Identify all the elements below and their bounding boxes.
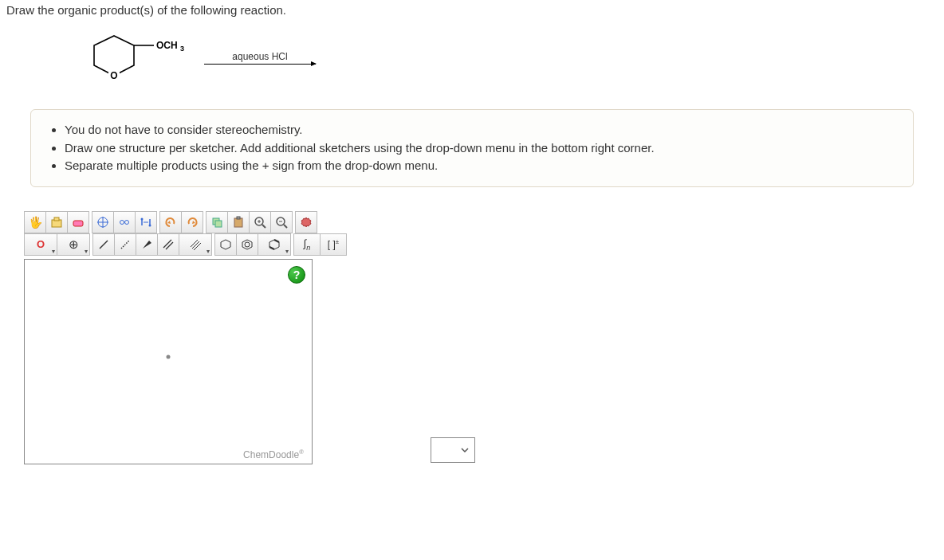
reaction-display: O OCH 3 aqueous HCl bbox=[78, 29, 938, 85]
chemdoodle-brand: ChemDoodle® bbox=[243, 448, 304, 460]
reagent-label: aqueous HCl bbox=[232, 51, 287, 62]
svg-rect-19 bbox=[237, 217, 240, 219]
help-button[interactable]: ? bbox=[288, 266, 305, 284]
benzene-button[interactable] bbox=[236, 233, 258, 256]
canvas-placeholder-dot bbox=[167, 355, 171, 359]
redo-button[interactable] bbox=[181, 211, 203, 233]
svg-line-34 bbox=[194, 243, 201, 250]
svg-text:O: O bbox=[110, 70, 117, 81]
svg-line-40 bbox=[269, 247, 274, 249]
recessed-bond-button[interactable] bbox=[114, 233, 136, 256]
bracket-tool-button[interactable]: [ ]± bbox=[320, 233, 347, 256]
wedge-bond-button[interactable] bbox=[136, 233, 158, 256]
svg-rect-17 bbox=[215, 221, 222, 227]
open-button[interactable] bbox=[45, 211, 68, 233]
instruction-item: Draw one structure per sketcher. Add add… bbox=[65, 139, 897, 158]
double-bond-button[interactable] bbox=[157, 233, 179, 256]
svg-marker-36 bbox=[242, 240, 252, 249]
reaction-arrow: aqueous HCl bbox=[204, 51, 316, 65]
drawing-canvas[interactable]: ? ChemDoodle® bbox=[24, 259, 313, 464]
svg-marker-29 bbox=[143, 241, 151, 249]
svg-line-25 bbox=[284, 225, 287, 228]
svg-line-30 bbox=[163, 240, 171, 248]
zoom-in-button[interactable] bbox=[249, 211, 271, 233]
undo-button[interactable] bbox=[159, 211, 182, 233]
sketcher: 🖐 bbox=[24, 211, 478, 463]
flip-button[interactable] bbox=[135, 211, 157, 233]
question-title: Draw the organic product(s) of the follo… bbox=[6, 3, 938, 17]
single-bond-button[interactable] bbox=[92, 233, 115, 256]
instruction-item: Separate multiple products using the + s… bbox=[65, 157, 897, 175]
clean-button[interactable] bbox=[113, 211, 136, 233]
svg-line-21 bbox=[262, 225, 266, 228]
cyclohexane-button[interactable] bbox=[214, 233, 237, 256]
hand-tool-button[interactable]: 🖐 bbox=[24, 211, 46, 233]
svg-rect-8 bbox=[73, 221, 83, 226]
copy-button[interactable] bbox=[206, 211, 228, 233]
svg-point-14 bbox=[141, 217, 144, 220]
svg-line-27 bbox=[100, 241, 108, 249]
reactant-structure: O OCH 3 bbox=[78, 29, 198, 85]
svg-line-39 bbox=[274, 240, 279, 242]
svg-text:OCH: OCH bbox=[156, 40, 178, 51]
charge-picker-button[interactable]: ⊕ bbox=[57, 233, 90, 256]
svg-line-32 bbox=[191, 240, 198, 247]
svg-line-33 bbox=[192, 241, 199, 249]
chain-tool-button[interactable]: ∫n bbox=[293, 233, 321, 256]
svg-line-31 bbox=[166, 242, 173, 249]
svg-marker-35 bbox=[221, 240, 230, 249]
zoom-out-button[interactable] bbox=[270, 211, 293, 233]
svg-point-12 bbox=[120, 220, 124, 224]
instruction-item: You do not have to consider stereochemis… bbox=[65, 121, 897, 139]
svg-line-28 bbox=[121, 241, 129, 249]
chevron-down-icon bbox=[460, 445, 470, 455]
svg-point-15 bbox=[149, 224, 151, 226]
instructions-panel: You do not have to consider stereochemis… bbox=[30, 109, 914, 187]
paste-button[interactable] bbox=[227, 211, 250, 233]
svg-rect-7 bbox=[54, 217, 59, 221]
settings-button[interactable] bbox=[295, 211, 317, 233]
element-picker-button[interactable]: O bbox=[24, 233, 57, 256]
triple-bond-button[interactable] bbox=[179, 233, 212, 256]
svg-rect-18 bbox=[234, 218, 242, 227]
svg-point-37 bbox=[245, 242, 250, 247]
add-sketcher-dropdown[interactable] bbox=[431, 437, 475, 463]
svg-text:3: 3 bbox=[180, 45, 184, 53]
ring-picker-button[interactable] bbox=[258, 233, 291, 256]
erase-button[interactable] bbox=[67, 211, 89, 233]
svg-point-13 bbox=[125, 220, 129, 224]
center-button[interactable] bbox=[92, 211, 114, 233]
